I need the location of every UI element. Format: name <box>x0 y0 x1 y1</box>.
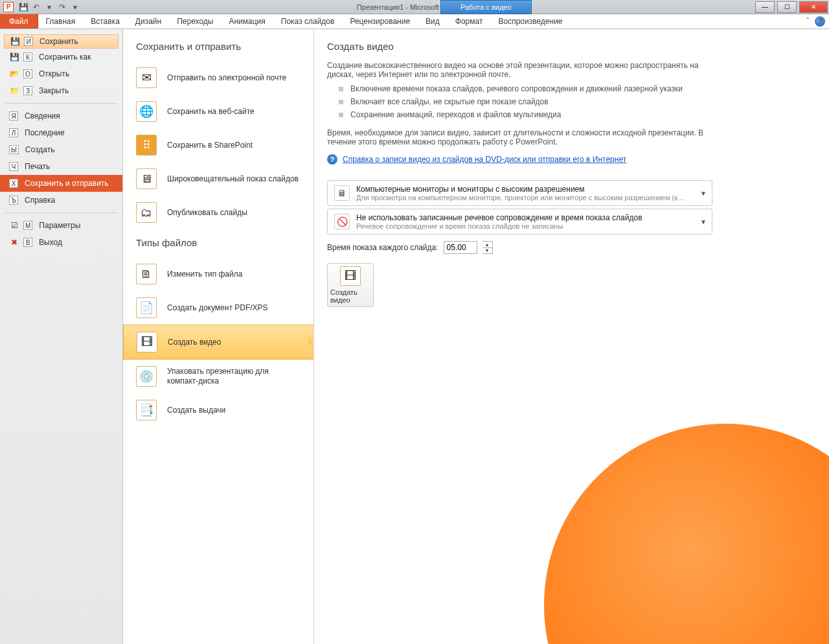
backstage-sidebar: 💾 И Сохранить 💾 К Сохранить как 📂 О Откр… <box>0 29 123 644</box>
sidebar-open[interactable]: 📂 О Открыть <box>0 65 122 82</box>
tab-format[interactable]: Формат <box>448 14 491 29</box>
option-send-email[interactable]: ✉ Отправить по электронной почте <box>123 61 313 95</box>
resolution-dropdown[interactable]: 🖥 Компьютерные мониторы и мониторы с выс… <box>327 180 712 206</box>
share-options-column: Сохранить и отправить ✉ Отправить по эле… <box>123 29 314 644</box>
option-package-cd[interactable]: 💿 Упаковать презентацию для компакт-диск… <box>123 360 313 393</box>
tab-insert[interactable]: Вставка <box>83 14 128 29</box>
sidebar-save-send[interactable]: Х Сохранить и отправить <box>0 175 122 192</box>
feature-item: Сохранение анимаций, переходов и файлов … <box>339 110 816 119</box>
duration-spinner[interactable]: ▲ ▼ <box>483 241 493 254</box>
key-tip: И <box>24 37 33 46</box>
window-controls: — ☐ ✕ <box>754 1 829 14</box>
tab-animation[interactable]: Анимация <box>221 14 273 29</box>
panel-title: Создать видео <box>327 41 816 52</box>
sidebar-label: Сведения <box>25 111 60 121</box>
tab-slideshow[interactable]: Показ слайдов <box>273 14 343 29</box>
handouts-icon: 📑 <box>136 400 157 420</box>
save-icon[interactable]: 💾 <box>18 2 28 12</box>
cd-icon: 💿 <box>136 366 157 387</box>
feature-item: Включение времени показа слайдов, речево… <box>339 84 816 93</box>
sidebar-save-as[interactable]: 💾 К Сохранить как <box>0 49 122 65</box>
spinner-down-icon[interactable]: ▼ <box>483 248 492 254</box>
create-video-button[interactable]: 🎞 Создать видео <box>327 263 374 307</box>
key-tip: Х <box>9 179 18 188</box>
save-disk-icon: 💾 <box>10 36 20 47</box>
option-save-sharepoint[interactable]: ⠿ Сохранить в SharePoint <box>123 128 313 162</box>
feature-item: Включает все слайды, не скрытые при пока… <box>339 97 816 106</box>
option-create-handouts[interactable]: 📑 Создать выдачи <box>123 393 313 427</box>
option-create-video[interactable]: 🎞 Создать видео <box>123 325 313 360</box>
monitor-icon: 🖥 <box>334 185 350 201</box>
dropdown-sub: Для просмотра на компьютерном мониторе, … <box>356 194 683 201</box>
ribbon-minimize-icon[interactable]: ˆ <box>802 16 813 27</box>
sidebar-label: Параметры <box>39 221 80 230</box>
key-tip: В <box>23 238 32 247</box>
option-create-pdf[interactable]: 📄 Создать документ PDF/XPS <box>123 291 313 325</box>
option-save-web[interactable]: 🌐 Сохранить на веб-сайте <box>123 95 313 128</box>
close-button[interactable]: ✕ <box>799 1 828 13</box>
title-center: Презентация1 - Microsoft PowerPoint <box>80 3 754 11</box>
section-heading: Типы файлов <box>123 229 313 257</box>
narration-dropdown[interactable]: 🚫 Не использовать записанные речевое соп… <box>327 209 712 235</box>
ribbon: Файл Главная Вставка Дизайн Переходы Ани… <box>0 14 829 29</box>
tab-view[interactable]: Вид <box>418 14 448 29</box>
sidebar-label: Сохранить и отправить <box>25 179 109 188</box>
sidebar-label: Выход <box>39 238 62 247</box>
sidebar-label: Сохранить как <box>39 52 91 62</box>
chevron-down-icon: ▼ <box>700 190 707 197</box>
sidebar-label: Последние <box>25 128 65 137</box>
undo-icon[interactable]: ↶ <box>31 2 41 12</box>
sidebar-save[interactable]: 💾 И Сохранить <box>4 34 119 49</box>
save-as-icon: 💾 <box>9 52 19 62</box>
maximize-button[interactable]: ☐ <box>777 1 797 13</box>
option-change-filetype[interactable]: 🗎 Изменить тип файла <box>123 257 313 291</box>
button-label: Создать видео <box>330 288 370 304</box>
tab-home[interactable]: Главная <box>38 14 84 29</box>
publish-icon: 🗂 <box>136 202 157 223</box>
section-heading: Сохранить и отправить <box>123 41 313 61</box>
spinner-up-icon[interactable]: ▲ <box>483 242 492 248</box>
qat-customize-icon[interactable]: ▾ <box>70 2 80 12</box>
option-label: Опубликовать слайды <box>167 208 247 218</box>
undo-drop-icon[interactable]: ▾ <box>44 2 54 12</box>
video-icon: 🎞 <box>137 332 157 352</box>
sidebar-label: Справка <box>25 196 55 205</box>
slide-duration-input[interactable] <box>444 241 477 254</box>
sidebar-new[interactable]: Ы Создать <box>0 141 122 158</box>
tab-design[interactable]: Дизайн <box>128 14 169 29</box>
option-publish-slides[interactable]: 🗂 Опубликовать слайды <box>123 196 313 229</box>
sidebar-options[interactable]: ☑ М Параметры <box>0 217 122 234</box>
slide-duration-row: Время показа каждого слайда: ▲ ▼ <box>327 241 816 254</box>
redo-icon[interactable]: ↷ <box>57 2 67 12</box>
sidebar-help[interactable]: Ъ Справка <box>0 192 122 209</box>
sidebar-label: Сохранить <box>40 37 78 46</box>
sidebar-label: Печать <box>25 162 50 171</box>
option-broadcast[interactable]: 🖥 Широковещательный показ слайдов <box>123 162 313 196</box>
sidebar-label: Создать <box>25 145 55 154</box>
file-tab[interactable]: Файл <box>0 14 38 29</box>
contextual-tab-video[interactable]: Работа с видео <box>440 0 532 14</box>
option-label: Упаковать презентацию для компакт-диска <box>167 367 301 386</box>
dropdown-sub: Речевое сопровождение и время показа сла… <box>356 222 642 230</box>
option-label: Изменить тип файла <box>167 270 242 279</box>
tab-playback[interactable]: Воспроизведение <box>490 14 570 29</box>
broadcast-icon: 🖥 <box>136 168 157 189</box>
info-icon: ? <box>327 154 337 165</box>
globe-icon: 🌐 <box>136 101 157 122</box>
key-tip: Ъ <box>9 196 18 205</box>
help-icon[interactable]: ? <box>815 16 825 27</box>
narration-icon: 🚫 <box>334 214 350 229</box>
tab-transitions[interactable]: Переходы <box>169 14 221 29</box>
help-link[interactable]: ? Справка о записи видео из слайдов на D… <box>327 154 626 165</box>
option-label: Создать выдачи <box>167 406 225 415</box>
sidebar-close[interactable]: 📁 З Закрыть <box>0 82 122 99</box>
sidebar-print[interactable]: Ч Печать <box>0 158 122 175</box>
minimize-button[interactable]: — <box>755 1 775 13</box>
pdf-icon: 📄 <box>136 297 157 318</box>
sidebar-recent[interactable]: Л Последние <box>0 124 122 141</box>
option-label: Создать видео <box>168 338 221 347</box>
sidebar-exit[interactable]: ✖ В Выход <box>0 234 122 251</box>
sidebar-info[interactable]: Я Сведения <box>0 108 122 124</box>
folder-open-icon: 📂 <box>9 69 19 79</box>
tab-review[interactable]: Рецензирование <box>342 14 418 29</box>
